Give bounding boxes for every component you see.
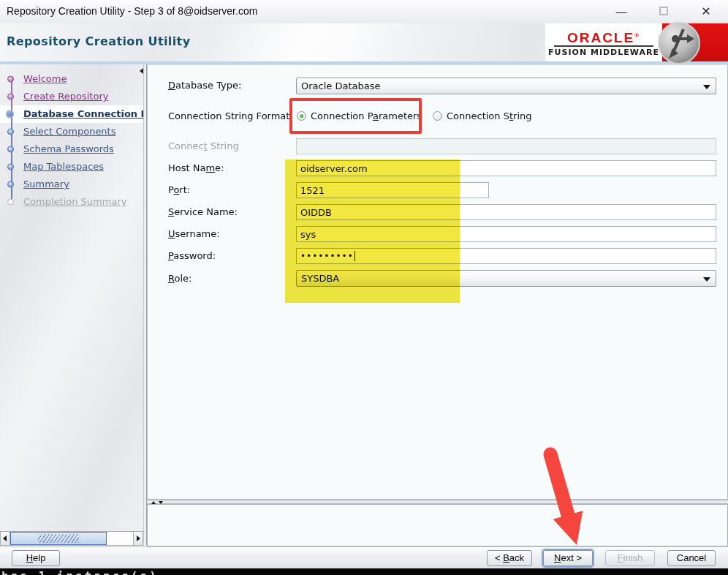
oracle-logo: ORACLE [567, 30, 634, 45]
minimize-button[interactable]: — [605, 0, 637, 23]
step-bullet-icon [7, 94, 14, 100]
route-globe-icon [656, 20, 702, 66]
sidebar-item-select-components[interactable]: Select Components [0, 123, 143, 140]
connection-parameters-radio[interactable] [297, 111, 306, 121]
oracle-brand: ORACLE® FUSION MIDDLEWARE [545, 23, 662, 61]
terminal-text: has 1 instance(s). [1, 568, 167, 575]
role-select[interactable]: SYSDBA [296, 270, 716, 287]
database-connection-form: Database Type: Oracle Database Connectio… [147, 64, 728, 500]
page-title: Repository Creation Utility [7, 34, 191, 48]
database-type-label: Database Type: [168, 78, 295, 94]
messages-panel [147, 504, 728, 546]
scroll-right-button[interactable] [133, 532, 143, 545]
host-name-label: Host Name: [168, 160, 295, 176]
rcu-window: Repository Creation Utility - Step 3 of … [0, 0, 728, 575]
minimize-icon: — [616, 5, 627, 18]
sidebar-hscrollbar[interactable] [0, 531, 143, 546]
database-type-select[interactable]: Oracle Database [296, 78, 716, 94]
finish-button: Finish [605, 550, 655, 566]
help-button[interactable]: Help [12, 550, 60, 566]
password-label: Password: [168, 248, 295, 264]
step-bullet-icon [7, 181, 14, 188]
service-name-input[interactable] [296, 204, 716, 220]
connect-string-label: Connect String [168, 138, 295, 154]
step-bullet-icon [7, 164, 14, 170]
step-bullet-icon [7, 129, 14, 135]
sidebar-item-welcome[interactable]: Welcome [0, 70, 143, 88]
maximize-icon [659, 7, 668, 15]
sidebar-item-create-repository[interactable]: Create Repository [0, 88, 143, 105]
close-icon: ✕ [701, 5, 710, 18]
terminal-status-strip: has 1 instance(s). [0, 568, 728, 575]
service-name-label: Service Name: [168, 204, 295, 220]
window-title: Repository Creation Utility - Step 3 of … [7, 5, 257, 17]
sidebar-item-summary[interactable]: Summary [0, 176, 143, 193]
connection-string-radio[interactable] [433, 111, 442, 121]
step-current-icon [6, 110, 14, 119]
text-caret [354, 251, 355, 261]
sidebar-item-completion-summary: Completion Summary [0, 193, 143, 211]
divider-collapse-icon[interactable] [140, 68, 143, 74]
scroll-left-button[interactable] [1, 532, 10, 545]
connect-string-input [296, 138, 716, 154]
port-input[interactable] [296, 182, 489, 198]
button-bar: Help < Back Next > Finish Cancel [0, 546, 728, 568]
cancel-button[interactable]: Cancel [667, 550, 716, 566]
back-button[interactable]: < Back [487, 550, 532, 566]
step-bullet-icon [7, 146, 14, 153]
connection-string-format-label: Connection String Format: [168, 110, 295, 122]
step-bullet-icon [7, 199, 14, 206]
port-label: Port: [168, 182, 295, 198]
app-header: Repository Creation Utility ORACLE® FUSI… [0, 23, 728, 61]
connection-string-radio-label[interactable]: Connection String [447, 110, 532, 122]
role-label: Role: [168, 271, 295, 287]
step-bullet-icon [7, 76, 14, 83]
steps-sidebar: Welcome Create Repository Database Conne… [0, 64, 143, 531]
brand-divider [554, 45, 653, 47]
window-titlebar: Repository Creation Utility - Step 3 of … [0, 0, 728, 23]
chevron-down-icon [703, 277, 710, 282]
username-input[interactable] [296, 226, 716, 242]
scroll-right-icon [137, 535, 140, 541]
password-input[interactable]: ••••••••• [296, 248, 716, 264]
sidebar-item-map-tablespaces[interactable]: Map Tablespaces [0, 158, 143, 176]
host-name-input[interactable] [296, 160, 716, 176]
connection-parameters-radio-label[interactable]: Connection Parameters [311, 110, 422, 122]
scroll-left-icon [3, 535, 7, 541]
sidebar-item-database-connection[interactable]: Database Connection D [0, 105, 143, 123]
step-list: Welcome Create Repository Database Conne… [0, 70, 143, 211]
scrollbar-thumb[interactable] [10, 532, 107, 545]
username-label: Username: [168, 226, 295, 242]
chevron-down-icon [703, 85, 710, 89]
sidebar-item-schema-passwords[interactable]: Schema Passwords [0, 140, 143, 158]
next-button[interactable]: Next > [543, 550, 593, 566]
fusion-middleware-label: FUSION MIDDLEWARE [545, 48, 662, 57]
